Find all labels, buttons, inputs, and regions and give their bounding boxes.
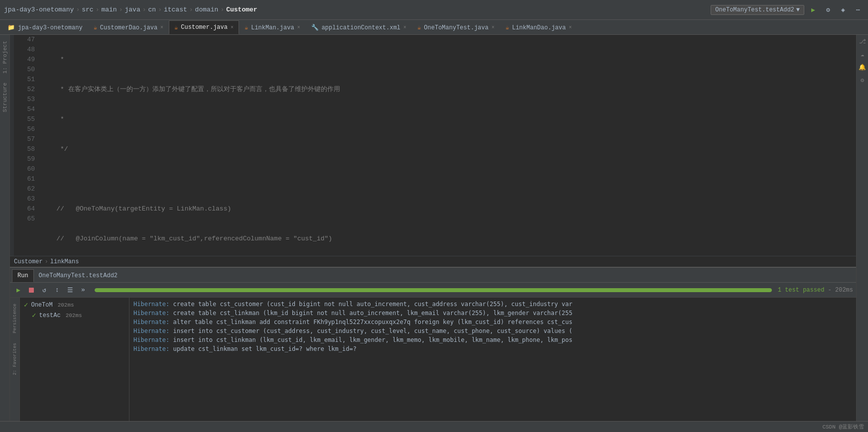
right-icon-1[interactable]: ⎇	[858, 37, 867, 46]
tab-icon-customer: ☕	[174, 24, 178, 31]
tab-close-onetomanytest[interactable]: ×	[492, 25, 495, 30]
progress-bar-fill	[95, 288, 772, 292]
run-config[interactable]: OneToManyTest.testAdd2 ▼	[711, 5, 804, 15]
line-numbers: 47 48 49 50 51 52 53 54 55 56 57 58 59 6…	[14, 35, 39, 256]
test-time-onetom: 202ms	[58, 302, 74, 308]
code-line-47: *	[39, 55, 856, 65]
bottom-panel: Run OneToManyTest.testAdd2 ▶ ↺ ↕ ☰ »	[10, 267, 856, 421]
tab-icon-jpa: 📁	[7, 24, 15, 31]
console-line-5: Hibernate: insert into cst_linkman (lkm_…	[133, 335, 852, 344]
breadcrumb-member[interactable]: linkMans	[50, 258, 79, 265]
tab-label-onetomanytest: OneToManyTest.java	[424, 24, 489, 31]
run-config-label: OneToManyTest.testAdd2	[715, 6, 794, 13]
editor-container: 47 48 49 50 51 52 53 54 55 56 57 58 59 6…	[10, 35, 856, 421]
tab-close-appcontext[interactable]: ×	[403, 25, 406, 30]
tab-appcontext[interactable]: 🔧 applicationContext.xml ×	[306, 20, 412, 34]
structure-panel: 1: Project Structure	[0, 35, 10, 421]
right-icon-4[interactable]: ⚙	[858, 76, 867, 85]
right-icon-3[interactable]: 🔔	[858, 63, 867, 72]
tab-linkman[interactable]: ☕ LinkMan.java ×	[239, 20, 306, 34]
bottom-tab-run[interactable]: Run	[12, 269, 34, 282]
status-bar-right: CSDN @蓝影铁雪	[822, 423, 864, 431]
tab-label-jpa: jpa-day3-onetomany	[18, 24, 83, 31]
tab-bar: 📁 jpa-day3-onetomany ☕ CustomerDao.java …	[0, 20, 868, 35]
stop-test-button[interactable]	[26, 285, 37, 296]
tab-close-linkman[interactable]: ×	[297, 25, 300, 30]
expand-test-button[interactable]: »	[78, 285, 89, 296]
status-bar: CSDN @蓝影铁雪	[0, 421, 868, 432]
test-label-onetom: OneToM	[31, 302, 52, 309]
tab-icon-customerdao: ☕	[94, 24, 97, 31]
console-line-3: Hibernate: alter table cst_linkman add c…	[133, 318, 852, 326]
breadcrumb-project[interactable]: jpa-day3-onetomany	[4, 6, 74, 13]
bottom-tab-onetomany[interactable]: OneToManyTest.testAdd2	[34, 269, 123, 282]
sidebar-item-persistence[interactable]: Persistence	[11, 300, 18, 337]
tab-label-linkmandao: LinkManDao.java	[512, 24, 566, 31]
breadcrumb-main[interactable]: main	[101, 6, 117, 13]
progress-bar-container	[95, 288, 772, 292]
code-line-49: *	[39, 114, 856, 124]
tab-close-linkmandao[interactable]: ×	[569, 25, 572, 30]
test-tree: ✓ OneToM 202ms ✓ testAc 202ms	[20, 298, 129, 421]
code-line-52: // @OneToMany(targetEntity = LinkMan.cla…	[39, 204, 856, 214]
breadcrumb-class[interactable]: Customer	[14, 258, 43, 265]
run-test-button[interactable]: ▶	[13, 285, 24, 296]
sidebar-item-favorites[interactable]: 2: Favorites	[11, 339, 18, 379]
console-line-2: Hibernate: create table cst_linkman (lkm…	[133, 309, 852, 318]
bottom-toolbar: ▶ ↺ ↕ ☰ » 1 test passed - 202ms	[10, 283, 856, 298]
console-output[interactable]: Hibernate: create table cst_customer (cu…	[129, 298, 856, 421]
bottom-left-panel: Persistence 2: Favorites	[10, 298, 20, 421]
rerun-test-button[interactable]: ↺	[39, 285, 50, 296]
test-time-testac: 202ms	[66, 313, 82, 319]
run-button[interactable]: ▶	[807, 4, 819, 16]
test-check-onetom: ✓	[24, 301, 28, 309]
filter-test-button[interactable]: ☰	[65, 285, 76, 296]
test-item-onetom[interactable]: ✓ OneToM 202ms	[20, 300, 129, 310]
debug-button[interactable]: ⚙	[822, 4, 834, 16]
breadcrumb-java[interactable]: java	[125, 6, 140, 13]
test-label-testac: testAc	[39, 312, 60, 319]
test-passed-label: 1 test passed	[778, 287, 825, 294]
main-area: 1: Project Structure 47 48 49 50 51 52 5…	[0, 35, 868, 421]
sidebar-item-project[interactable]: 1: Project	[1, 37, 9, 78]
bottom-tab-onetomany-label: OneToManyTest.testAdd2	[39, 272, 118, 279]
sidebar-item-structure[interactable]: Structure	[1, 79, 9, 116]
bottom-tab-run-label: Run	[17, 272, 28, 279]
test-item-testac[interactable]: ✓ testAc 202ms	[20, 310, 129, 321]
tab-close-customerdao[interactable]: ×	[160, 25, 163, 30]
status-csdn: CSDN @蓝影铁雪	[822, 423, 864, 431]
breadcrumb-cn[interactable]: cn	[148, 6, 156, 13]
test-time-label: 202ms	[835, 287, 853, 294]
code-line-50: */	[39, 144, 856, 154]
run-config-dropdown[interactable]: ▼	[796, 6, 800, 13]
sort-test-button[interactable]: ↕	[52, 285, 63, 296]
code-editor[interactable]: * * 在客户实体类上（一的一方）添加了外键了配置，所以对于客户而言，也具备了维…	[39, 35, 856, 256]
right-icon-2[interactable]: ☁	[858, 50, 867, 59]
svg-rect-0	[29, 288, 34, 293]
breadcrumb-src[interactable]: src	[82, 6, 93, 13]
tab-customerdao[interactable]: ☕ CustomerDao.java ×	[88, 20, 169, 34]
tab-close-customer[interactable]: ×	[231, 25, 234, 30]
bottom-tabs: Run OneToManyTest.testAdd2	[10, 268, 856, 283]
editor-area: 47 48 49 50 51 52 53 54 55 56 57 58 59 6…	[10, 35, 856, 256]
coverage-button[interactable]: ◈	[837, 4, 849, 16]
tab-onetomanytest[interactable]: ☕ OneToManyTest.java ×	[412, 20, 500, 34]
breadcrumb-customer[interactable]: Customer	[226, 6, 257, 13]
code-line-48: * 在客户实体类上（一的一方）添加了外键了配置，所以对于客户而言，也具备了维护外…	[39, 85, 856, 95]
tab-icon-linkmandao: ☕	[505, 24, 509, 31]
tab-jpa[interactable]: 📁 jpa-day3-onetomany	[2, 20, 88, 34]
tab-customer[interactable]: ☕ Customer.java ×	[169, 20, 239, 34]
tab-label-linkman: LinkMan.java	[251, 24, 294, 31]
breadcrumb-domain[interactable]: domain	[195, 6, 219, 13]
tab-linkmandao[interactable]: ☕ LinkManDao.java ×	[500, 20, 577, 34]
tab-label-customerdao: CustomerDao.java	[100, 24, 157, 31]
editor-breadcrumb: Customer › linkMans	[10, 256, 856, 267]
breadcrumb-itcast[interactable]: itcast	[164, 6, 187, 13]
more-actions-button[interactable]: ⋯	[852, 4, 864, 16]
console-line-6: Hibernate: update cst_linkman set lkm_cu…	[133, 344, 852, 353]
code-line-53: // @JoinColumn(name = "lkm_cust_id",refe…	[39, 234, 856, 244]
tab-label-appcontext: applicationContext.xml	[322, 24, 400, 31]
tab-icon-linkman: ☕	[245, 24, 248, 31]
breadcrumb: jpa-day3-onetomany › src › main › java ›…	[4, 6, 257, 13]
tab-label-customer: Customer.java	[181, 24, 228, 31]
